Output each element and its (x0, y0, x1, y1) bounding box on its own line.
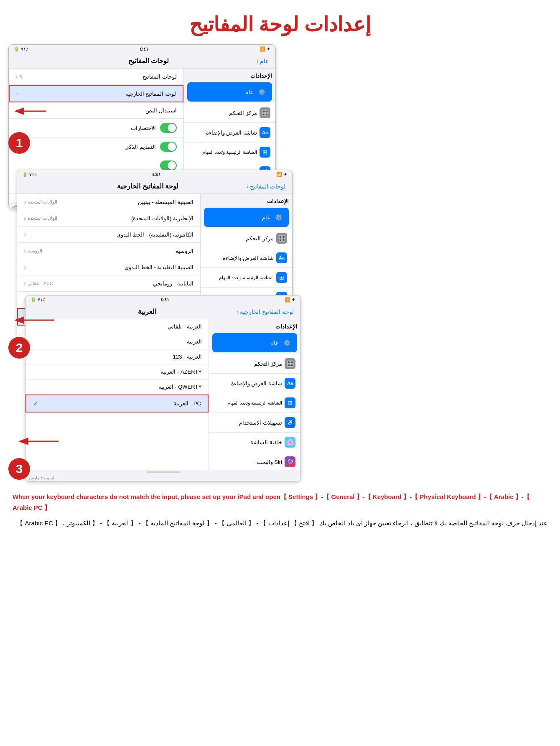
toggle5[interactable] (160, 160, 177, 171)
wifi-icon: 📶 ✈ (260, 46, 270, 52)
kb-row-russian[interactable]: الروسية الروسية (17, 243, 200, 259)
kb-name-chinese-trad: الصينية التقليدية - الخط البدوي (125, 264, 193, 270)
general-label-2: عام (262, 214, 270, 221)
kb-opt-pc[interactable]: PC - العربية ✓ (25, 395, 209, 412)
kb-opt-pc-label: PC - العربية (173, 400, 201, 407)
kb-opt-arabic[interactable]: العربية (25, 334, 209, 349)
disp-icon-3: Aa (285, 378, 295, 389)
nav-bar-1: › عام لوحات المفاتيح (9, 53, 275, 69)
general-icon: ⚙️ (256, 87, 267, 97)
english-instructions: When your keyboard characters do not mat… (13, 491, 547, 513)
chevron-cs (24, 198, 26, 206)
kb-opt-azerty[interactable]: AZERTY - العربية (25, 364, 209, 379)
step-3-badge: 3 (8, 458, 30, 480)
chevron-left-2 (16, 90, 18, 97)
cc-icon-3: 🎛️ (285, 358, 295, 369)
nav-bar-2: › لوحات المفاتيح لوحة المفاتيح الخارجية (17, 179, 292, 194)
arabic-instructions: عند إدخال حرف لوحة المفاتيح الخاصة بك لا… (13, 518, 547, 529)
kb-row-chinese-simplified[interactable]: الصينية المبسطة - بينيين الولايات المتحد… (17, 194, 200, 210)
general-icon-3: ⚙️ (281, 337, 292, 348)
siri-icon-3: 🔮 (285, 456, 295, 467)
kb-opt-auto-label: العربية - تلقائي (168, 323, 202, 330)
sidebar-general-active[interactable]: ⚙️ عام (187, 82, 272, 102)
kb-opt-123[interactable]: العربية - 123 (25, 349, 209, 364)
kb-row-chinese-trad[interactable]: الصينية التقليدية - الخط البدوي (17, 259, 200, 275)
kb-opt-azerty-label: AZERTY - العربية (160, 369, 202, 375)
home-icon-3: ⊞ (285, 397, 295, 408)
status-bar-3: 🔋 ٧١٪ ٤:٤١ 📶 ✈ (25, 295, 300, 304)
disp-label-3: شاشة العرض والإضاءة (231, 380, 282, 387)
kb-opt-auto[interactable]: العربية - تلقائي (25, 319, 209, 334)
kb-name-chinese-simplified: الصينية المبسطة - بينيين (138, 199, 193, 205)
kb-region-cs: الولايات المتحدة (28, 199, 57, 205)
kb-opt-arabic-label: العربية (187, 339, 202, 345)
display-label: شاشة العرض والإضاءة (206, 130, 257, 136)
kb-opt-123-label: العربية - 123 (173, 354, 202, 360)
nav-bar-3: › لوحة المفاتيح الخارجية العربية (25, 304, 300, 319)
sidebar-disp-2[interactable]: Aa شاشة العرض والإضاءة (201, 248, 292, 268)
kb-region-ja: ABC - تلقائي (28, 281, 53, 286)
kb-name-cantonese: الكانتونية (التقليدية) - الخط البدوي (117, 232, 193, 238)
kb-row-japanese[interactable]: اليابانية - رومانجي ABC - تلقائي (17, 275, 200, 292)
smart-feed-toggle[interactable] (160, 142, 177, 152)
sidebar-cc-2[interactable]: 🎛️ مركز التحكم (201, 229, 292, 248)
sidebar-wp-3[interactable]: 🌸 خلفية الشاشة (209, 433, 300, 452)
sidebar-home-2[interactable]: ⊞ الشاشة الرئيسية وتعدد المهام (201, 268, 292, 288)
sidebar-control-center[interactable]: 🎛️ مركز التحكم (184, 103, 275, 123)
shortcuts-toggle[interactable] (160, 123, 177, 133)
kb-name-japanese: اليابانية - رومانجي (153, 280, 193, 287)
wp-icon-3: 🌸 (285, 437, 295, 448)
chevron-left (15, 73, 18, 80)
chevron-cant (24, 231, 26, 238)
nav-back-3[interactable]: › لوحة المفاتيح الخارجية (237, 308, 294, 315)
cc-label-2: مركز التحكم (246, 235, 274, 242)
kb-opt-qwerty[interactable]: QWERTY - العربية (25, 379, 209, 395)
home-label-3: الشاشة الرئيسية وتعدد المهام (227, 400, 282, 406)
checkmark-icon: ✓ (33, 400, 38, 407)
wifi-icon-3: 📶 ✈ (285, 297, 295, 303)
step-2-badge: 2 (8, 337, 30, 359)
sidebar-home-3[interactable]: ⊞ الشاشة الرئيسية وتعدد المهام (209, 393, 300, 413)
battery-icon: 🔋 ٧١٪ (14, 46, 28, 52)
bottom-text-section: When your keyboard characters do not mat… (0, 483, 560, 537)
battery-icon-2: 🔋 ٧١٪ (22, 172, 37, 177)
sidebar-acc-3[interactable]: ♿ تسهيلات الاستخدام (209, 413, 300, 433)
external-keyboard-row[interactable]: لوحة المفاتيح الخارجية (9, 85, 183, 102)
control-center-label: مركز التحكم (229, 110, 257, 116)
kb-opt-qwerty-label: QWERTY - العربية (158, 384, 202, 390)
kb-row-cantonese[interactable]: الكانتونية (التقليدية) - الخط البدوي (17, 227, 200, 243)
general-icon-2: ⚙️ (273, 212, 284, 223)
status-bar-1: 🔋 ٧١٪ ٤:٤١ 📶 ✈ (9, 45, 275, 53)
chevron-ja (24, 280, 26, 287)
sidebar-disp-3[interactable]: Aa شاشة العرض والإضاءة (209, 374, 300, 393)
screen-3: 🔋 ٧١٪ ٤:٤١ 📶 ✈ › لوحة المفاتيح الخارجية … (25, 295, 301, 481)
control-center-icon: 🎛️ (260, 107, 270, 118)
sidebar-cc-3[interactable]: 🎛️ مركز التحكم (209, 354, 300, 374)
chevron-ct (24, 263, 26, 271)
nav-title-2: لوحة المفاتيح الخارجية (117, 182, 178, 190)
disp-icon-2: Aa (276, 252, 287, 263)
nav-back-2[interactable]: › لوحات المفاتيح (247, 183, 285, 190)
sidebar-general-active-2[interactable]: ⚙️ عام (204, 208, 289, 227)
nav-back-1[interactable]: › عام (257, 58, 269, 64)
smart-feed-row: التقديم الذكي (9, 137, 183, 156)
kb-region-en: الولايات المتحدة (28, 216, 57, 221)
battery-icon-3: 🔋 ٧١٪ (31, 297, 45, 303)
sidebar-display[interactable]: Aa شاشة العرض والإضاءة (184, 123, 275, 143)
sidebar-homescreen[interactable]: ⊞ الشاشة الرئيسية وتعدد المهام (184, 143, 275, 162)
keyboards-count-row[interactable]: لوحات المفاتيح ٩ (9, 69, 183, 85)
time-2: ٤:٤١ (152, 172, 161, 177)
time-1: ٤:٤١ (140, 46, 149, 52)
kb-region-ru: الروسية (28, 248, 42, 254)
keyboards-label: لوحات المفاتيح (143, 74, 177, 80)
home-icon: ⊞ (260, 147, 270, 158)
kb-name-english: الإنجليزية (الولايات المتحدة) (131, 215, 193, 222)
sidebar-siri-3[interactable]: 🔮 Siri والبحث (209, 452, 300, 470)
nav-title-3: العربية (138, 308, 156, 316)
sidebar-general-active-3[interactable]: ⚙️ عام (212, 333, 297, 352)
home-icon-2: ⊞ (276, 272, 287, 283)
text-replacement-row[interactable]: استبدال النص (9, 102, 183, 119)
wifi-icon-2: 📶 ✈ (276, 172, 287, 177)
cc-icon-2: 🎛️ (276, 233, 287, 244)
kb-row-english[interactable]: الإنجليزية (الولايات المتحدة) الولايات ا… (17, 210, 200, 227)
